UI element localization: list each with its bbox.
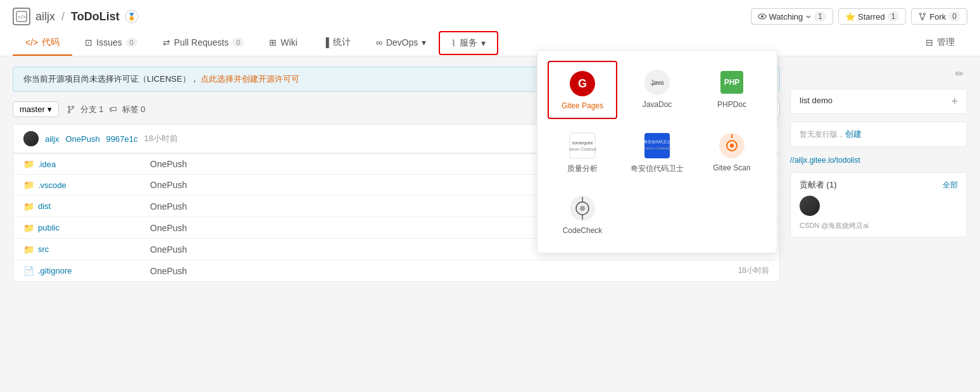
releases-row: 暂无发行版，创建 <box>800 129 958 140</box>
csdn-text: CSDN @海底烧烤店ai <box>800 221 958 231</box>
starred-button[interactable]: ⭐ Starred 1 <box>838 8 906 25</box>
branch-chevron-icon: ▾ <box>47 104 52 114</box>
file-icon: 📄 <box>23 266 34 276</box>
tab-devops[interactable]: ∞ DevOps ▾ <box>363 31 439 55</box>
commit-hash[interactable]: 9967e1c <box>106 134 138 144</box>
codecheck-icon <box>569 194 596 222</box>
code-icon: </> <box>25 37 38 47</box>
service-qianxin[interactable]: 奇安信代码卫士 Q'anon Codesafe 奇安信代码卫士 <box>622 124 692 182</box>
license-text-before: 你当前开源项目尚未选择许可证（LICENSE）， <box>23 74 199 84</box>
service-phpdoc[interactable]: PHP PHPDoc <box>697 61 767 119</box>
file-name[interactable]: .vscode <box>38 180 66 190</box>
svg-point-5 <box>761 15 763 18</box>
svg-text:PHP: PHP <box>724 78 740 87</box>
eye-icon <box>758 12 767 21</box>
branch-info: 分支 1 🏷 标签 0 <box>66 104 146 115</box>
qianxin-label: 奇安信代码卫士 <box>631 163 684 174</box>
fork-icon <box>918 12 927 21</box>
svg-rect-21 <box>644 133 670 158</box>
service-gitee-scan[interactable]: Gitee Scan <box>697 124 767 182</box>
folder-icon: 📁 <box>23 244 34 255</box>
tab-code-label: 代码 <box>42 37 60 48</box>
fork-label: Fork <box>929 12 946 22</box>
branch-left: master ▾ 分支 1 🏷 标签 0 <box>13 101 145 117</box>
wiki-icon: ⊞ <box>269 37 277 47</box>
tag-icon: 🏷 <box>109 104 117 114</box>
commit-author[interactable]: ailjx <box>45 134 59 144</box>
edit-desc-button[interactable]: ✏ <box>952 66 967 81</box>
contributors-header: 贡献者 (1) 全部 <box>800 179 958 191</box>
badge-icon: 🏅 <box>125 9 139 23</box>
svg-text:sonarqube: sonarqube <box>572 141 593 146</box>
repo-icon: </> <box>13 8 30 25</box>
branches-count: 分支 1 <box>80 104 104 115</box>
file-name[interactable]: public <box>38 223 60 232</box>
star-icon: ⭐ <box>845 12 855 22</box>
nav-tabs: </> 代码 ⊡ Issues 0 ⇄ Pull Requests 0 ⊞ Wi… <box>13 30 967 56</box>
service-javadoc[interactable]: Java JavaDoc <box>622 61 692 119</box>
tab-manage-label: 管理 <box>937 37 955 48</box>
gitee-scan-label: Gitee Scan <box>713 163 750 172</box>
tab-wiki[interactable]: ⊞ Wiki <box>256 31 310 55</box>
tab-code[interactable]: </> 代码 <box>13 30 72 56</box>
file-commit: OnePush <box>150 266 706 276</box>
fork-button[interactable]: Fork 0 <box>911 8 967 25</box>
tab-wiki-label: Wiki <box>280 37 297 47</box>
tab-devops-label: DevOps <box>386 37 418 47</box>
tab-issues[interactable]: ⊡ Issues 0 <box>72 31 150 55</box>
table-row: 📄 .gitignore OnePush 18小时前 <box>13 260 779 281</box>
repo-header: </> ailjx / ToDoList 🏅 Watching 1 <box>13 0 967 30</box>
tab-stats[interactable]: ▐ 统计 <box>310 30 363 56</box>
svg-text:G: G <box>578 77 587 90</box>
service-sonarqube[interactable]: sonarqube Q'anon Codesafe 质量分析 <box>548 124 617 182</box>
repo-name[interactable]: ToDoList <box>71 10 120 23</box>
service-gitee-pages[interactable]: G Gitee Pages <box>548 61 617 119</box>
watching-button[interactable]: Watching 1 <box>751 8 833 25</box>
svg-point-26 <box>730 144 734 148</box>
tags-count: 标签 0 <box>122 104 146 115</box>
file-name[interactable]: .idea <box>38 160 56 169</box>
svg-point-9 <box>68 106 70 108</box>
file-name-col: 📁 public <box>23 223 150 233</box>
svg-point-10 <box>68 111 70 113</box>
gitee-scan-icon <box>718 132 746 160</box>
repo-owner[interactable]: ailjx <box>35 10 55 23</box>
file-name[interactable]: .gitignore <box>38 266 72 275</box>
file-name[interactable]: dist <box>38 201 51 211</box>
file-time: 18小时前 <box>706 265 769 276</box>
file-name[interactable]: src <box>38 244 49 254</box>
branches-icon <box>66 105 75 114</box>
branch-selector[interactable]: master ▾ <box>13 101 59 117</box>
file-name-col: 📄 .gitignore <box>23 266 150 276</box>
tab-manage[interactable]: ⊟ 管理 <box>913 30 967 56</box>
commit-author-avatar <box>23 131 39 146</box>
header-actions: Watching 1 ⭐ Starred 1 Fork 0 <box>751 8 967 25</box>
add-desc-button[interactable]: + <box>951 96 958 107</box>
svg-point-30 <box>580 206 585 211</box>
svg-rect-18 <box>570 133 595 158</box>
repo-description-section: list demo + <box>790 89 967 114</box>
tab-services[interactable]: ⌇ 服务 ▾ <box>439 31 498 55</box>
create-release-link[interactable]: 创建 <box>845 129 862 139</box>
phpdoc-label: PHPDoc <box>717 100 746 109</box>
tab-pr-label: Pull Requests <box>174 37 229 47</box>
repo-url-link[interactable]: //ailjx.gitee.io/todolist <box>790 156 860 165</box>
svg-text:Q'anon Codesafe: Q'anon Codesafe <box>643 146 671 150</box>
gitee-pages-label: Gitee Pages <box>562 101 603 110</box>
license-link[interactable]: 点此选择并创建开源许可可 <box>201 74 299 84</box>
file-name-col: 📁 dist <box>23 201 150 212</box>
javadoc-icon: Java <box>643 68 671 96</box>
main-content: 你当前开源项目尚未选择许可证（LICENSE）， 点此选择并创建开源许可可 ma… <box>0 56 980 373</box>
contributors-all-link[interactable]: 全部 <box>943 180 958 191</box>
codecheck-label: CodeCheck <box>563 226 603 235</box>
tab-pull-requests[interactable]: ⇄ Pull Requests 0 <box>150 31 257 55</box>
releases-section: 暂无发行版，创建 <box>790 122 967 147</box>
file-name-col: 📁 .vscode <box>23 180 150 190</box>
starred-label: Starred <box>858 12 885 22</box>
commit-message[interactable]: OnePush <box>65 134 99 144</box>
service-codecheck[interactable]: CodeCheck <box>548 187 617 243</box>
svg-text:Q'anon Codesafe: Q'anon Codesafe <box>569 147 596 152</box>
commit-time: 18小时前 <box>144 133 178 144</box>
svg-text:奇安信代码卫士: 奇安信代码卫士 <box>644 139 670 144</box>
repo-title: </> ailjx / ToDoList 🏅 <box>13 8 139 25</box>
